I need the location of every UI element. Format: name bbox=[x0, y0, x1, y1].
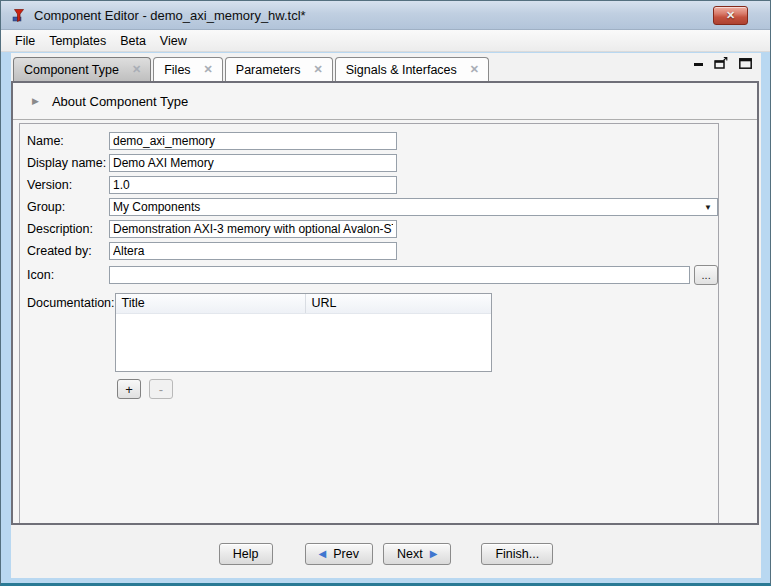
maximize-icon[interactable] bbox=[739, 55, 752, 73]
arrow-left-icon: ◀ bbox=[319, 549, 327, 559]
group-value: My Components bbox=[113, 200, 200, 214]
display-name-label: Display name: bbox=[27, 156, 109, 170]
close-button[interactable]: ✕ bbox=[713, 6, 748, 25]
version-row: Version: bbox=[27, 174, 718, 196]
icon-row: Icon: ... bbox=[27, 262, 718, 288]
finish-button[interactable]: Finish... bbox=[481, 543, 553, 565]
icon-browse-button[interactable]: ... bbox=[694, 265, 718, 285]
group-combobox[interactable]: My Components ▼ bbox=[109, 198, 718, 216]
component-type-panel: ▶ About Component Type Name: Display nam… bbox=[11, 81, 759, 525]
menu-templates[interactable]: Templates bbox=[42, 32, 113, 50]
finish-button-label: Finish... bbox=[495, 547, 539, 561]
add-documentation-button[interactable]: + bbox=[117, 379, 141, 399]
icon-label: Icon: bbox=[27, 268, 109, 282]
component-form: Name: Display name: Version: Group: My C… bbox=[19, 123, 719, 523]
description-input[interactable] bbox=[109, 220, 397, 238]
column-header-url: URL bbox=[306, 294, 491, 313]
tab-label: Parameters bbox=[236, 63, 301, 77]
documentation-table-body[interactable] bbox=[116, 314, 491, 372]
tab-signals-interfaces[interactable]: Signals & Interfaces ✕ bbox=[335, 57, 489, 81]
documentation-table-header: Title URL bbox=[116, 294, 491, 314]
remove-documentation-button[interactable]: - bbox=[149, 379, 173, 399]
menu-view[interactable]: View bbox=[153, 32, 194, 50]
created-by-label: Created by: bbox=[27, 244, 109, 258]
tab-label: Signals & Interfaces bbox=[346, 63, 457, 77]
client-area: Component Type ✕ Files ✕ Parameters ✕ Si… bbox=[11, 53, 761, 578]
tab-close-icon[interactable]: ✕ bbox=[313, 64, 322, 75]
window-title: Component Editor - demo_axi_memory_hw.tc… bbox=[34, 8, 306, 23]
undock-icon[interactable] bbox=[714, 55, 728, 73]
tab-close-icon[interactable]: ✕ bbox=[132, 64, 141, 75]
tab-component-type[interactable]: Component Type ✕ bbox=[13, 57, 151, 81]
about-label: About Component Type bbox=[52, 94, 188, 109]
name-label: Name: bbox=[27, 134, 109, 148]
created-by-input[interactable] bbox=[109, 242, 397, 260]
documentation-label: Documentation: bbox=[27, 293, 115, 310]
display-name-input[interactable] bbox=[109, 154, 397, 172]
documentation-row: Documentation: Title URL bbox=[27, 293, 718, 372]
name-row: Name: bbox=[27, 130, 718, 152]
help-button-label: Help bbox=[233, 547, 259, 561]
icon-path-input[interactable] bbox=[109, 266, 690, 284]
tab-files[interactable]: Files ✕ bbox=[153, 57, 223, 81]
next-button-label: Next bbox=[397, 547, 423, 561]
tab-label: Component Type bbox=[24, 63, 119, 77]
name-input[interactable] bbox=[109, 132, 397, 150]
about-section-toggle[interactable]: ▶ About Component Type bbox=[13, 83, 757, 120]
version-label: Version: bbox=[27, 178, 109, 192]
app-icon bbox=[11, 7, 27, 23]
component-editor-window: Component Editor - demo_axi_memory_hw.tc… bbox=[0, 0, 771, 586]
close-icon: ✕ bbox=[726, 10, 735, 21]
menubar: File Templates Beta View bbox=[1, 30, 770, 52]
panel-controls bbox=[694, 55, 758, 81]
tab-close-icon[interactable]: ✕ bbox=[204, 64, 213, 75]
ellipsis-icon: ... bbox=[702, 269, 711, 281]
display-name-row: Display name: bbox=[27, 152, 718, 174]
prev-button[interactable]: ◀ Prev bbox=[305, 543, 373, 565]
created-by-row: Created by: bbox=[27, 240, 718, 262]
next-button[interactable]: Next ▶ bbox=[383, 543, 451, 565]
description-label: Description: bbox=[27, 222, 109, 236]
footer-button-bar: Help ◀ Prev Next ▶ Finish... bbox=[11, 543, 761, 565]
titlebar: Component Editor - demo_axi_memory_hw.tc… bbox=[1, 1, 770, 30]
documentation-actions: + - bbox=[27, 379, 718, 399]
version-input[interactable] bbox=[109, 176, 397, 194]
group-row: Group: My Components ▼ bbox=[27, 196, 718, 218]
prev-button-label: Prev bbox=[333, 547, 359, 561]
chevron-down-icon: ▼ bbox=[704, 203, 712, 212]
documentation-table: Title URL bbox=[115, 293, 492, 372]
group-label: Group: bbox=[27, 200, 109, 214]
tab-bar: Component Type ✕ Files ✕ Parameters ✕ Si… bbox=[11, 53, 761, 81]
collapse-arrow-icon: ▶ bbox=[32, 97, 39, 106]
arrow-right-icon: ▶ bbox=[430, 549, 438, 559]
description-row: Description: bbox=[27, 218, 718, 240]
help-button[interactable]: Help bbox=[219, 543, 273, 565]
menu-file[interactable]: File bbox=[8, 32, 42, 50]
column-header-title: Title bbox=[116, 294, 306, 313]
menu-beta[interactable]: Beta bbox=[113, 32, 153, 50]
minimize-icon[interactable] bbox=[694, 63, 703, 66]
tab-close-icon[interactable]: ✕ bbox=[470, 64, 479, 75]
tab-parameters[interactable]: Parameters ✕ bbox=[225, 57, 333, 81]
tab-label: Files bbox=[164, 63, 190, 77]
